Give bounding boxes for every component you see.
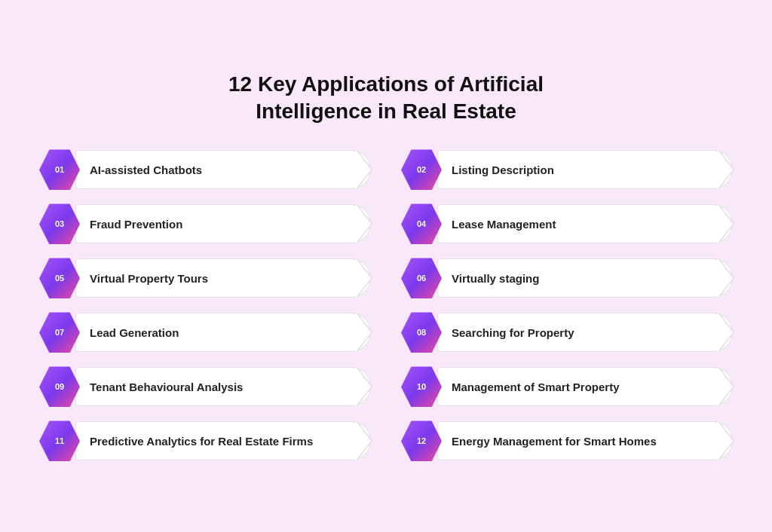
item-label: Predictive Analytics for Real Estate Fir…	[90, 435, 313, 448]
item-label: Lease Management	[452, 218, 556, 231]
item-badge: 12	[401, 420, 442, 461]
list-item: 04 Lease Management	[401, 203, 733, 244]
item-number: 07	[55, 328, 64, 337]
list-item: 02 Listing Description	[401, 149, 733, 190]
item-label-box: Listing Description	[437, 150, 733, 189]
item-badge: 05	[39, 258, 80, 298]
item-number: 09	[55, 382, 64, 391]
item-label: Virtual Property Tours	[90, 272, 208, 285]
item-number: 11	[55, 436, 64, 445]
item-label: Energy Management for Smart Homes	[452, 435, 657, 448]
list-item: 06 Virtually staging	[401, 258, 733, 298]
list-item: 08 Searching for Property	[401, 312, 733, 353]
item-label-box: Predictive Analytics for Real Estate Fir…	[75, 421, 371, 460]
item-label-box: AI-assisted Chatbots	[75, 150, 371, 189]
item-number: 06	[417, 274, 426, 283]
item-label: Listing Description	[452, 164, 554, 176]
item-label-box: Lead Generation	[75, 313, 371, 352]
item-badge: 10	[401, 366, 442, 407]
page-title: 12 Key Applications of Artificial Intell…	[228, 71, 544, 126]
item-label-box: Lease Management	[437, 204, 733, 243]
item-number: 05	[55, 274, 64, 283]
list-item: 07 Lead Generation	[39, 312, 371, 353]
item-label-box: Management of Smart Property	[437, 367, 733, 406]
item-number: 12	[417, 436, 426, 445]
item-badge: 01	[39, 149, 80, 190]
items-grid: 01 AI-assisted Chatbots 02 Listing Descr…	[39, 149, 733, 461]
item-label: Fraud Prevention	[90, 218, 182, 231]
item-label-box: Searching for Property	[437, 313, 733, 352]
item-badge: 03	[39, 203, 80, 244]
item-badge: 09	[39, 366, 80, 407]
item-badge: 07	[39, 312, 80, 353]
list-item: 09 Tenant Behavioural Analysis	[39, 366, 371, 407]
list-item: 01 AI-assisted Chatbots	[39, 149, 371, 190]
item-label: Management of Smart Property	[452, 381, 620, 393]
item-number: 02	[417, 165, 426, 174]
item-badge: 04	[401, 203, 442, 244]
item-badge: 02	[401, 149, 442, 190]
list-item: 11 Predictive Analytics for Real Estate …	[39, 420, 371, 461]
item-badge: 11	[39, 420, 80, 461]
item-number: 01	[55, 165, 64, 174]
item-number: 03	[55, 219, 64, 228]
item-label: Lead Generation	[90, 326, 179, 339]
item-number: 08	[417, 328, 426, 337]
item-badge: 08	[401, 312, 442, 353]
item-label: AI-assisted Chatbots	[90, 164, 202, 176]
item-label-box: Tenant Behavioural Analysis	[75, 367, 371, 406]
item-label: Searching for Property	[452, 326, 574, 339]
list-item: 10 Management of Smart Property	[401, 366, 733, 407]
item-badge: 06	[401, 258, 442, 298]
item-number: 04	[417, 219, 426, 228]
item-label-box: Energy Management for Smart Homes	[437, 421, 733, 460]
list-item: 05 Virtual Property Tours	[39, 258, 371, 298]
list-item: 12 Energy Management for Smart Homes	[401, 420, 733, 461]
item-number: 10	[417, 382, 426, 391]
item-label: Tenant Behavioural Analysis	[90, 381, 243, 393]
item-label-box: Fraud Prevention	[75, 204, 371, 243]
item-label-box: Virtual Property Tours	[75, 258, 371, 298]
item-label-box: Virtually staging	[437, 258, 733, 298]
list-item: 03 Fraud Prevention	[39, 203, 371, 244]
item-label: Virtually staging	[452, 272, 539, 285]
